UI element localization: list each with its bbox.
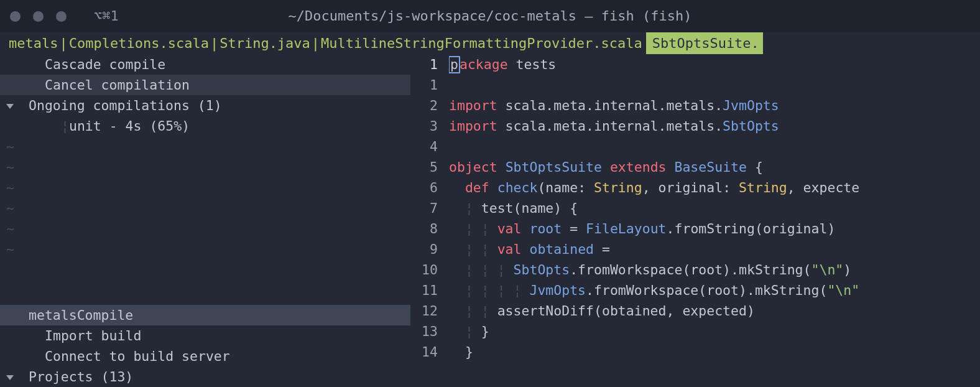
code-content: package tests [449, 54, 980, 75]
sidebar-item-label: Cancel compilation [45, 75, 190, 95]
code-content: ¦ } [449, 321, 980, 342]
line-number: 9 [410, 239, 449, 259]
code-content: ¦ ¦ assertNoDiff(obtained, expected) [449, 301, 980, 321]
code-line[interactable]: 10 ¦ ¦ ¦ SbtOpts.fromWorkspace(root).mkS… [410, 259, 980, 280]
code-line[interactable]: 6 def check(name: String, original: Stri… [410, 177, 980, 198]
sidebar-top-block: Cascade compileCancel compilationOngoing… [0, 54, 410, 259]
code-line[interactable]: 12 ¦ ¦ assertNoDiff(obtained, expected) [410, 301, 980, 321]
line-number: 11 [410, 280, 449, 301]
line-number: 12 [410, 301, 449, 321]
code-content: object SbtOptsSuite extends BaseSuite { [449, 157, 980, 177]
line-number: 1 [410, 75, 449, 95]
sidebar-item-label: unit - 4s (65%) [69, 116, 190, 136]
code-line[interactable]: 1package tests [410, 54, 980, 75]
line-number: 3 [410, 116, 449, 136]
traffic-lights [10, 11, 67, 22]
sidebar-item[interactable]: Projects (13) [0, 366, 410, 387]
sidebar-item[interactable]: Cancel compilation [0, 75, 410, 95]
line-number: 14 [410, 342, 449, 362]
code-line[interactable]: 7 ¦ test(name) { [410, 198, 980, 218]
zoom-icon[interactable] [56, 11, 67, 22]
code-line[interactable]: 13 ¦ } [410, 321, 980, 342]
sidebar-item[interactable]: Import build [0, 325, 410, 346]
empty-line-tilde: ~ [0, 136, 410, 157]
sidebar-item-label: metalsCompile [29, 305, 133, 325]
tab-multiline-provider[interactable]: MultilineStringFormattingProvider.scala [321, 33, 642, 54]
sidebar-gutter [0, 95, 29, 116]
empty-line-tilde: ~ [0, 177, 410, 198]
sidebar-item[interactable]: Cascade compile [0, 54, 410, 75]
tab-sbtoptssuite-active[interactable]: SbtOptsSuite. [646, 32, 763, 54]
code-content: ¦ test(name) { [449, 198, 980, 218]
sidebar-item[interactable]: Ongoing compilations (1) [0, 95, 410, 116]
empty-line-tilde: ~ [0, 198, 410, 218]
code-line[interactable]: 1 [410, 75, 980, 95]
code-content: ¦ ¦ val obtained = [449, 239, 980, 259]
code-content: import scala.meta.internal.metals.JvmOpt… [449, 95, 980, 116]
line-number: 2 [410, 95, 449, 116]
main-split: Cascade compileCancel compilationOngoing… [0, 54, 980, 387]
code-content: } [449, 342, 980, 362]
line-number: 7 [410, 198, 449, 218]
code-line[interactable]: 3import scala.meta.internal.metals.SbtOp… [410, 116, 980, 136]
code-editor[interactable]: 1package tests12import scala.meta.intern… [410, 54, 980, 387]
tree-guide-icon: ¦ [61, 116, 69, 136]
sidebar-item-label: Ongoing compilations (1) [29, 95, 222, 116]
sidebar-bottom-block: metalsCompileImport buildConnect to buil… [0, 305, 410, 387]
sidebar: Cascade compileCancel compilationOngoing… [0, 54, 410, 387]
buffer-bar: metals | Completions.scala | String.java… [0, 32, 980, 54]
empty-line-tilde: ~ [0, 218, 410, 239]
tab-metals[interactable]: metals [9, 33, 58, 54]
sidebar-item[interactable]: ¦ unit - 4s (65%) [0, 116, 410, 136]
sidebar-item-label: Projects (13) [29, 366, 133, 387]
code-content: ¦ ¦ val root = FileLayout.fromString(ori… [449, 218, 980, 239]
empty-line-tilde: ~ [0, 239, 410, 259]
window-title: ~/Documents/js-workspace/coc-metals — fi… [288, 6, 691, 27]
tab-separator: | [58, 33, 68, 54]
code-line[interactable]: 2import scala.meta.internal.metals.JvmOp… [410, 95, 980, 116]
sidebar-gutter [0, 366, 29, 387]
chevron-down-icon [6, 104, 14, 109]
empty-line-tilde: ~ [0, 157, 410, 177]
code-line[interactable]: 5object SbtOptsSuite extends BaseSuite { [410, 157, 980, 177]
tab-string-java[interactable]: String.java [220, 33, 310, 54]
sidebar-item-label: Import build [45, 325, 141, 346]
code-line[interactable]: 11 ¦ ¦ ¦ ¦ JvmOpts.fromWorkspace(root).m… [410, 280, 980, 301]
line-number: 5 [410, 157, 449, 177]
line-number: 8 [410, 218, 449, 239]
code-line[interactable]: 8 ¦ ¦ val root = FileLayout.fromString(o… [410, 218, 980, 239]
cursor: p [449, 56, 460, 73]
line-number: 6 [410, 177, 449, 198]
line-number: 13 [410, 321, 449, 342]
code-content: ¦ ¦ ¦ SbtOpts.fromWorkspace(root).mkStri… [449, 259, 980, 280]
window-shortcut-label: ⌥⌘1 [94, 6, 119, 27]
sidebar-item-label: Connect to build server [45, 346, 230, 366]
code-content: ¦ ¦ ¦ ¦ JvmOpts.fromWorkspace(root).mkSt… [449, 280, 980, 301]
sidebar-item[interactable]: metalsCompile [0, 305, 410, 325]
line-number: 10 [410, 259, 449, 280]
sidebar-item-label: Cascade compile [45, 54, 165, 75]
minimize-icon[interactable] [33, 11, 44, 22]
code-content: import scala.meta.internal.metals.SbtOpt… [449, 116, 980, 136]
code-content: def check(name: String, original: String… [449, 177, 980, 198]
line-number: 1 [410, 54, 449, 75]
line-number: 4 [410, 136, 449, 157]
tab-separator: | [209, 33, 220, 54]
titlebar: ⌥⌘1 ~/Documents/js-workspace/coc-metals … [0, 0, 980, 32]
sidebar-item[interactable]: Connect to build server [0, 346, 410, 366]
tab-separator: | [310, 33, 321, 54]
close-icon[interactable] [10, 11, 21, 22]
code-line[interactable]: 4 [410, 136, 980, 157]
code-line[interactable]: 9 ¦ ¦ val obtained = [410, 239, 980, 259]
tab-completions[interactable]: Completions.scala [69, 33, 209, 54]
code-line[interactable]: 14 } [410, 342, 980, 362]
chevron-down-icon [6, 375, 14, 380]
